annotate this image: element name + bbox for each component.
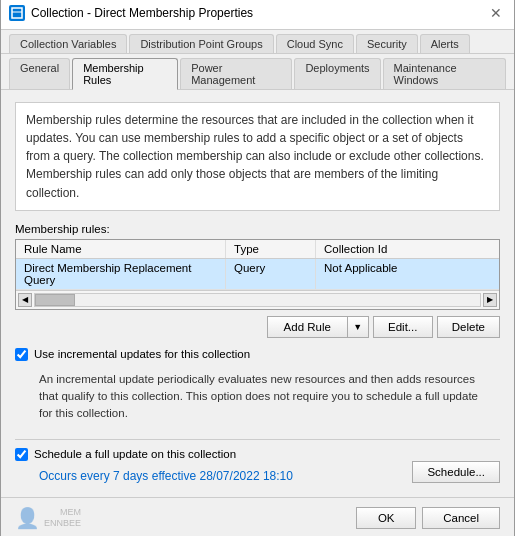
add-rule-split-button: Add Rule ▼ xyxy=(267,316,369,338)
incremental-checkbox[interactable] xyxy=(15,348,28,361)
scroll-left-button[interactable]: ◀ xyxy=(18,293,32,307)
tab-security[interactable]: Security xyxy=(356,34,418,53)
add-rule-dropdown-arrow[interactable]: ▼ xyxy=(347,316,369,338)
horizontal-scrollbar[interactable]: ◀ ▶ xyxy=(16,290,499,309)
window-title: Collection - Direct Membership Propertie… xyxy=(31,6,253,20)
tab-deployments[interactable]: Deployments xyxy=(294,58,380,89)
tab-alerts[interactable]: Alerts xyxy=(420,34,470,53)
cancel-button[interactable]: Cancel xyxy=(422,507,500,529)
tab-row-1: Collection Variables Distribution Point … xyxy=(1,30,514,54)
header-rule-name: Rule Name xyxy=(16,240,226,258)
user-icon: 👤 xyxy=(15,506,40,530)
main-window: Collection - Direct Membership Propertie… xyxy=(0,0,515,536)
incremental-info-text: An incremental update periodically evalu… xyxy=(15,367,500,431)
table-header-row: Rule Name Type Collection Id xyxy=(16,240,499,259)
tab-power-management[interactable]: Power Management xyxy=(180,58,292,89)
cell-collection-id: Not Applicable xyxy=(316,259,446,289)
tab-maintenance-windows[interactable]: Maintenance Windows xyxy=(383,58,506,89)
dialog-buttons: OK Cancel xyxy=(356,507,500,529)
delete-button[interactable]: Delete xyxy=(437,316,500,338)
add-rule-button[interactable]: Add Rule xyxy=(267,316,347,338)
section-divider xyxy=(15,439,500,440)
rule-buttons-row: Add Rule ▼ Edit... Delete xyxy=(15,316,500,338)
schedule-occurrence-text: Occurs every 7 days effective 28/07/2022… xyxy=(15,467,412,485)
tab-row-2: General Membership Rules Power Managemen… xyxy=(1,54,514,90)
ok-button[interactable]: OK xyxy=(356,507,416,529)
tab-general[interactable]: General xyxy=(9,58,70,89)
header-collection-id: Collection Id xyxy=(316,240,446,258)
schedule-text-date: 28/07/2022 18:10 xyxy=(200,469,293,483)
close-button[interactable]: ✕ xyxy=(486,3,506,23)
membership-rules-table: Rule Name Type Collection Id Direct Memb… xyxy=(15,239,500,310)
schedule-checkbox[interactable] xyxy=(15,448,28,461)
info-description: Membership rules determine the resources… xyxy=(15,102,500,211)
tab-cloud-sync[interactable]: Cloud Sync xyxy=(276,34,354,53)
schedule-info: Schedule a full update on this collectio… xyxy=(15,448,412,485)
membership-rules-label: Membership rules: xyxy=(15,223,500,235)
title-bar: Collection - Direct Membership Propertie… xyxy=(1,0,514,30)
tab-content: Membership rules determine the resources… xyxy=(1,90,514,497)
bottom-bar: 👤 MEMENNBEE OK Cancel xyxy=(1,497,514,537)
cell-rule-name: Direct Membership Replacement Query xyxy=(16,259,226,289)
tab-collection-variables[interactable]: Collection Variables xyxy=(9,34,127,53)
schedule-row: Schedule a full update on this collectio… xyxy=(15,448,500,485)
cell-type: Query xyxy=(226,259,316,289)
table-row[interactable]: Direct Membership Replacement Query Quer… xyxy=(16,259,499,290)
schedule-checkbox-row: Schedule a full update on this collectio… xyxy=(15,448,412,461)
window-icon xyxy=(9,5,25,21)
tab-membership-rules[interactable]: Membership Rules xyxy=(72,58,178,90)
incremental-checkbox-row: Use incremental updates for this collect… xyxy=(15,348,500,361)
incremental-label[interactable]: Use incremental updates for this collect… xyxy=(34,348,250,360)
scroll-right-button[interactable]: ▶ xyxy=(483,293,497,307)
title-bar-left: Collection - Direct Membership Propertie… xyxy=(9,5,253,21)
svg-rect-0 xyxy=(12,8,22,18)
header-type: Type xyxy=(226,240,316,258)
info-description-text: Membership rules determine the resources… xyxy=(26,113,484,200)
schedule-text-prefix: Occurs every 7 days effective xyxy=(39,469,200,483)
schedule-label[interactable]: Schedule a full update on this collectio… xyxy=(34,448,236,460)
scroll-track[interactable] xyxy=(34,293,481,307)
schedule-button[interactable]: Schedule... xyxy=(412,461,500,483)
watermark-text: MEMENNBEE xyxy=(44,507,81,529)
tab-distribution-point-groups[interactable]: Distribution Point Groups xyxy=(129,34,273,53)
edit-button[interactable]: Edit... xyxy=(373,316,433,338)
watermark: 👤 MEMENNBEE xyxy=(15,506,81,530)
scroll-thumb[interactable] xyxy=(35,294,75,306)
